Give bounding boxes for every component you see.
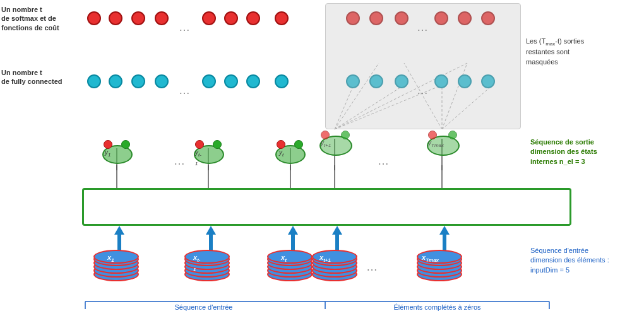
ellipsis-red-masked: … <box>417 21 429 34</box>
ellipsis-cyan-masked: … <box>417 84 429 97</box>
ellipsis-input: … <box>366 260 379 274</box>
label-seq-output: Séquence de sortiedimension des étatsint… <box>530 138 644 167</box>
cyan-circle-1 <box>87 74 101 88</box>
ellipsis-output-masked: … <box>378 155 390 168</box>
red-circle-1 <box>87 11 101 25</box>
red-circle-6 <box>224 11 238 25</box>
red-circle-7 <box>246 11 260 25</box>
label-seq-entree: Séquence d'entrée <box>85 303 322 311</box>
main-canvas: Un nombre t de softmax et de fonctions d… <box>0 0 644 316</box>
cyan-circle-6 <box>224 74 238 88</box>
ellipsis-red-top: … <box>179 21 191 34</box>
red-circle-2 <box>109 11 122 25</box>
red-circle-8 <box>275 11 289 25</box>
rnn-box <box>82 188 571 226</box>
label-elem-zeros: Éléments complétés à zéros <box>325 303 549 311</box>
cyan-circle-3 <box>131 74 145 88</box>
red-circle-4 <box>155 11 169 25</box>
cyan-circle-2 <box>109 74 122 88</box>
cyan-circle-4 <box>155 74 169 88</box>
ellipsis-cyan-top: … <box>179 84 191 97</box>
cyan-circle-8 <box>275 74 289 88</box>
red-circle-3 <box>131 11 145 25</box>
label-masked: Les (Tmax-t) sortiesrestantes sontmasqué… <box>526 37 640 67</box>
label-softmax: Un nombre t de softmax et de fonctions d… <box>1 5 83 32</box>
cyan-circle-7 <box>246 74 260 88</box>
ellipsis-output: … <box>174 155 186 168</box>
label-fully-connected: Un nombre t de fully connected <box>1 68 83 86</box>
cyan-circle-5 <box>202 74 216 88</box>
label-seq-input-dim: Séquence d'entréedimension des éléments … <box>530 246 644 275</box>
red-circle-5 <box>202 11 216 25</box>
